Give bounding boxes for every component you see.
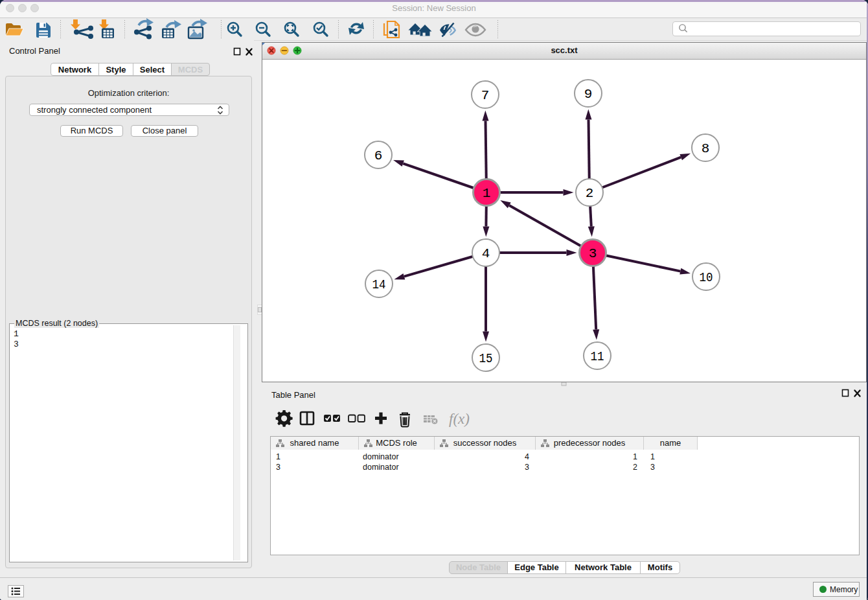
svg-text:1: 1: [483, 186, 491, 201]
svg-text:15: 15: [479, 351, 493, 366]
svg-text:9: 9: [584, 87, 593, 102]
svg-text:f(x): f(x): [449, 411, 470, 427]
svg-text:10: 10: [700, 270, 713, 285]
svg-text:2: 2: [586, 186, 594, 201]
svg-text:8: 8: [702, 141, 710, 156]
svg-text:3: 3: [589, 246, 597, 261]
svg-text:11: 11: [591, 349, 604, 364]
svg-text:4: 4: [482, 246, 490, 261]
svg-text:14: 14: [372, 277, 386, 292]
svg-text:7: 7: [481, 88, 490, 103]
svg-text:6: 6: [374, 148, 383, 163]
